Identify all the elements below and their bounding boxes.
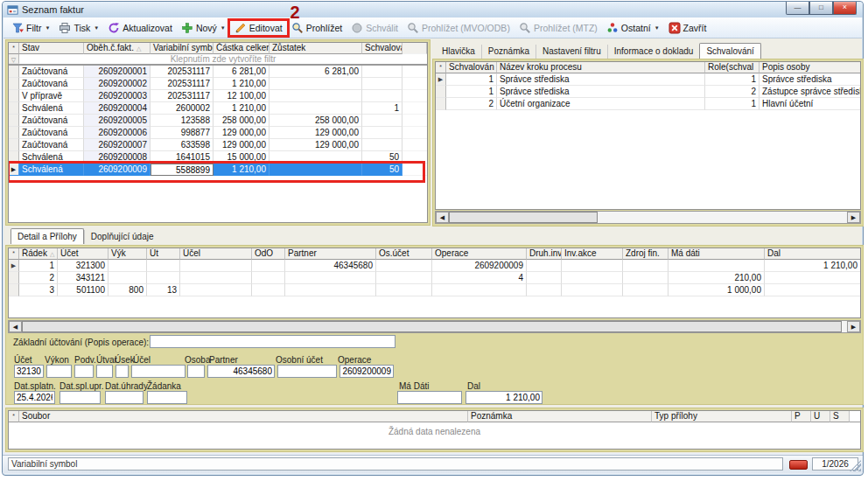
view-mvo-odb-button[interactable]: Prohlížet (MVO/ODB) bbox=[402, 20, 514, 36]
other-button[interactable]: Ostatní ▼ bbox=[602, 20, 664, 36]
minimize-button[interactable]: — bbox=[786, 2, 809, 15]
grid-corner-icon[interactable]: * bbox=[9, 411, 19, 422]
invoice-row[interactable]: Zaúčtovaná 2609200006 998877 129 000,00 … bbox=[9, 127, 427, 139]
detail-row[interactable]: ▶ 1 321300 46345680 2609200009 1 210,00 bbox=[9, 260, 860, 272]
view-mtz-button[interactable]: Prohlížet (MTZ) bbox=[514, 20, 602, 36]
ucet-input[interactable] bbox=[14, 365, 44, 378]
invoice-row[interactable]: Zaúčtovaná 2609200005 123588 258 000,00 … bbox=[9, 115, 427, 127]
column-header-ucet[interactable]: Účet bbox=[58, 248, 108, 260]
partner-input[interactable] bbox=[207, 365, 275, 378]
approve-button[interactable]: Schválit bbox=[346, 20, 402, 36]
zadanka-input[interactable] bbox=[147, 391, 187, 404]
detail-row[interactable]: 3 501100 800 13 1 000,00 bbox=[9, 284, 860, 296]
osoba-input[interactable] bbox=[187, 365, 205, 378]
tab-poznamka[interactable]: Poznámka bbox=[481, 45, 536, 59]
approval-row[interactable]: ▶ 1 Správce střediska 1 Správce středisk… bbox=[436, 73, 860, 86]
column-header-soubor[interactable]: Soubor bbox=[19, 411, 468, 422]
column-header-castka[interactable]: Částka celkem bbox=[214, 43, 270, 54]
detail-tabs: Detail a Přílohy Doplňující údaje bbox=[10, 229, 160, 244]
grid-corner-icon[interactable]: * bbox=[9, 248, 19, 260]
tab-doplnujici-udaje[interactable]: Doplňující údaje bbox=[84, 230, 160, 244]
close-button[interactable]: × bbox=[833, 2, 857, 15]
column-header-odo[interactable]: OdO bbox=[252, 248, 285, 260]
chevron-down-icon: ▼ bbox=[46, 25, 51, 31]
scrollbar-thumb[interactable] bbox=[449, 212, 598, 223]
column-header-zdroj-fin[interactable]: Zdroj fin. bbox=[623, 248, 668, 260]
column-header-partner[interactable]: Partner bbox=[285, 248, 376, 260]
column-header-poznamka[interactable]: Poznámka bbox=[468, 411, 652, 422]
ucel-input[interactable] bbox=[131, 365, 186, 378]
edit-button[interactable]: 2 Editovat bbox=[230, 20, 287, 36]
approval-row[interactable]: 1 Správce střediska 2 Zástupce správce s… bbox=[436, 86, 860, 98]
podv-input[interactable] bbox=[74, 365, 94, 378]
new-button[interactable]: Nový ▼ bbox=[177, 20, 230, 36]
detail-row[interactable]: 2 343121 4 210,00 bbox=[9, 272, 860, 284]
osobni-ucet-input[interactable] bbox=[277, 365, 337, 378]
filter-button[interactable]: Filtr ▼ bbox=[7, 20, 54, 36]
invoice-row[interactable]: Schválená 2609200004 2600002 1 210,00 1 bbox=[9, 102, 427, 115]
dat-spl-upr-input[interactable] bbox=[60, 391, 101, 404]
column-header-nazev-kroku[interactable]: Název kroku procesu bbox=[497, 62, 705, 73]
column-header-s[interactable]: S bbox=[830, 411, 850, 422]
detail-hscrollbar[interactable]: ◀ ▶ bbox=[8, 320, 861, 333]
column-header-schval[interactable]: Schvalovací bbox=[362, 43, 402, 54]
column-header-popis-osoby[interactable]: Popis osoby bbox=[760, 62, 860, 73]
filter-row[interactable]: ▽ Klepnutím zde vytvoříte filtr bbox=[9, 54, 427, 66]
utvar-input[interactable] bbox=[96, 365, 113, 378]
usek-input[interactable] bbox=[116, 365, 129, 378]
tab-detail-a-prilohy[interactable]: Detail a Přílohy bbox=[10, 228, 84, 244]
scroll-left-icon[interactable]: ◀ bbox=[436, 212, 449, 223]
column-header-typ-prilohy[interactable]: Typ přílohy bbox=[652, 411, 792, 422]
scroll-left-icon[interactable]: ◀ bbox=[9, 321, 22, 332]
column-header-druh-inv[interactable]: Druh.inv. bbox=[527, 248, 562, 260]
invoice-row[interactable]: Zaúčtovaná 2609200001 202531117 6 281,00… bbox=[9, 66, 427, 78]
column-header-dal[interactable]: Dal bbox=[765, 248, 860, 260]
dat-uhrady-input[interactable] bbox=[105, 391, 144, 404]
scroll-right-icon[interactable]: ▶ bbox=[847, 321, 860, 332]
column-header-schvalovan[interactable]: Schvalován bbox=[446, 62, 497, 73]
vykon-input[interactable] bbox=[46, 365, 72, 378]
scrollbar-thumb[interactable] bbox=[22, 321, 842, 332]
operace-input[interactable] bbox=[340, 365, 394, 378]
view-button[interactable]: Prohlížet bbox=[287, 20, 346, 36]
column-header-radek[interactable]: Řádek△ bbox=[19, 248, 58, 260]
column-header-vyk[interactable]: Výk bbox=[108, 248, 147, 260]
column-header-stav[interactable]: Stav bbox=[19, 43, 84, 54]
focused-cell[interactable]: 5588899 bbox=[150, 164, 214, 176]
dal-input[interactable] bbox=[466, 391, 542, 404]
maximize-button[interactable]: □ bbox=[809, 2, 833, 15]
approval-hscrollbar[interactable]: ◀ ▶ bbox=[435, 211, 861, 224]
refresh-button[interactable]: Aktualizovat bbox=[103, 20, 177, 36]
column-header-inv-akce[interactable]: Inv.akce bbox=[562, 248, 623, 260]
column-header-zustatek[interactable]: Zůstatek bbox=[270, 43, 362, 54]
print-button[interactable]: Tisk ▼ bbox=[54, 20, 103, 36]
column-header-u[interactable]: U bbox=[811, 411, 830, 422]
column-header-vs[interactable]: Variabilní symbol bbox=[150, 43, 214, 54]
column-header-os-ucet[interactable]: Os.účet bbox=[376, 248, 432, 260]
column-header-ucel[interactable]: Účel bbox=[180, 248, 252, 260]
tab-hlavicka[interactable]: Hlavička bbox=[436, 45, 481, 59]
invoice-row[interactable]: Schválená 2609200008 1641015 15 000,00 5… bbox=[9, 151, 427, 164]
column-header-operace[interactable]: Operace bbox=[432, 248, 527, 260]
column-header-ma-dati[interactable]: Má dáti bbox=[668, 248, 765, 260]
column-header-cislo[interactable]: Oběh.č.fakt.△ bbox=[84, 43, 150, 54]
scroll-right-icon[interactable]: ▶ bbox=[847, 212, 860, 223]
invoice-row[interactable]: Zaúčtovaná 2609200007 633598 129 000,00 … bbox=[9, 139, 427, 151]
tab-informace-o-dokladu[interactable]: Informace o dokladu bbox=[607, 45, 700, 59]
ucet-label: Účet bbox=[14, 355, 32, 365]
dat-splatn-input[interactable] bbox=[14, 391, 55, 404]
grid-corner-icon[interactable]: * bbox=[9, 43, 19, 54]
column-header-p[interactable]: P bbox=[792, 411, 811, 422]
ma-dati-input[interactable] bbox=[397, 391, 462, 404]
invoice-row[interactable]: Zaúčtovaná 2609200002 202531117 1 210,00 bbox=[9, 78, 427, 90]
grid-corner-icon[interactable]: * bbox=[436, 62, 446, 73]
invoice-row[interactable]: V přípravě 2609200003 202531117 12 100,0… bbox=[9, 90, 427, 102]
tab-nastaveni-filtru[interactable]: Nastavení filtru bbox=[536, 45, 607, 59]
column-header-ut[interactable]: Út bbox=[147, 248, 180, 260]
approval-row[interactable]: 2 Účetní organizace 1 Hlavní účetní bbox=[436, 98, 860, 110]
popis-operace-input[interactable] bbox=[150, 335, 396, 348]
column-header-role[interactable]: Role(schval bbox=[705, 62, 760, 73]
tab-schvalovani[interactable]: Schvalování bbox=[699, 43, 760, 59]
close-list-button[interactable]: Zavřít bbox=[664, 20, 711, 36]
invoice-row-selected[interactable]: 1 ▶ Schválená 2609200009 5588899 1 210,0… bbox=[9, 164, 427, 176]
